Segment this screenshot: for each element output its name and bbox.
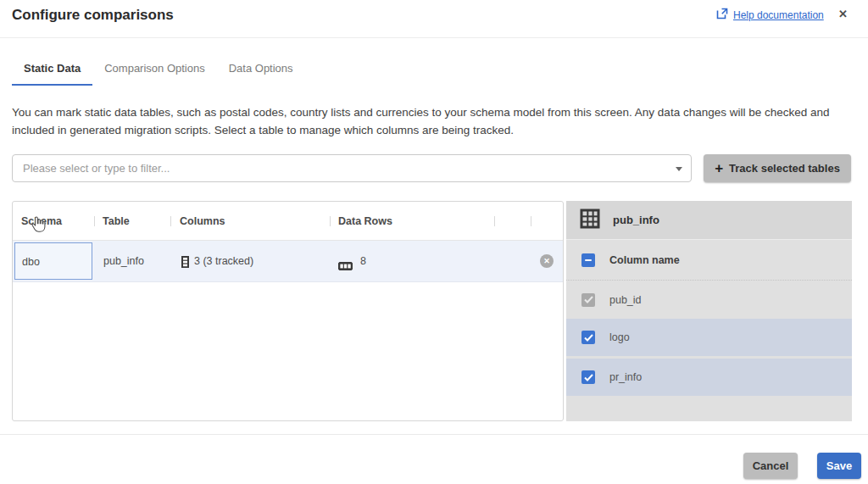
tab-bar: Static Data Comparison Options Data Opti… [12, 51, 305, 86]
cell-columns-count: 3 (3 tracked) [194, 241, 253, 281]
tracked-columns-panel: pub_info Column name pub_id logo pr_info [566, 201, 852, 421]
description-text: You can mark static data tables, such as… [12, 103, 860, 139]
page-title: Configure comparisons [12, 7, 174, 24]
table-row[interactable]: dbo pub_info 3 (3 tracked) 8 [13, 241, 563, 282]
column-list-header: Column name [566, 240, 852, 281]
cell-schema[interactable]: dbo [14, 242, 92, 280]
checkbox-pr-info[interactable] [581, 370, 595, 384]
column-list-header-label: Column name [609, 254, 680, 266]
column-separator [531, 216, 531, 226]
cancel-button[interactable]: Cancel [743, 453, 798, 479]
tab-data-options[interactable]: Data Options [217, 51, 305, 86]
checkbox-logo[interactable] [581, 331, 595, 344]
list-item: pub_id [566, 281, 852, 319]
track-button-label: Track selected tables [729, 162, 840, 175]
cell-data-rows-count: 8 [360, 241, 366, 281]
help-documentation-link[interactable]: Help documentation [716, 8, 824, 23]
save-button[interactable]: Save [817, 453, 861, 479]
remove-table-icon[interactable]: ✕ [540, 254, 554, 268]
column-header-schema[interactable]: Schema [21, 202, 62, 241]
static-data-table: Schema Table Columns Data Rows dbo pub_i… [12, 201, 564, 421]
table-header-row: Schema Table Columns Data Rows [13, 202, 563, 241]
cell-table[interactable]: pub_info [103, 241, 144, 281]
column-separator [330, 216, 331, 226]
close-icon[interactable]: ✕ [838, 8, 848, 20]
list-item[interactable]: logo [566, 319, 852, 356]
plus-icon: + [715, 161, 723, 175]
configure-comparisons-dialog: Configure comparisons Help documentation… [0, 0, 868, 484]
panel-header: pub_info [566, 201, 852, 240]
column-header-columns[interactable]: Columns [180, 202, 225, 241]
column-header-data-rows[interactable]: Data Rows [338, 202, 392, 241]
chevron-down-icon[interactable] [676, 167, 682, 171]
column-header-table[interactable]: Table [103, 202, 130, 241]
column-item-label: logo [609, 331, 630, 343]
track-selected-tables-button[interactable]: + Track selected tables [704, 154, 851, 182]
table-filter-input[interactable] [12, 154, 692, 182]
footer-divider [0, 434, 868, 435]
external-link-icon [716, 8, 728, 23]
column-item-label: pr_info [609, 371, 642, 383]
columns-icon [181, 256, 189, 271]
panel-table-title: pub_info [613, 214, 659, 226]
list-item[interactable]: pr_info [566, 359, 852, 396]
select-all-checkbox[interactable] [581, 253, 595, 267]
table-grid-icon [580, 209, 600, 232]
help-link-label: Help documentation [733, 9, 824, 21]
column-separator [170, 216, 171, 226]
tab-static-data[interactable]: Static Data [12, 51, 92, 86]
column-separator [94, 216, 95, 226]
data-rows-icon [338, 259, 353, 274]
checkbox-pub-id [581, 293, 595, 307]
header-divider [0, 37, 868, 38]
tab-comparison-options[interactable]: Comparison Options [92, 51, 217, 86]
column-item-label: pub_id [609, 294, 642, 306]
column-separator [494, 216, 495, 226]
